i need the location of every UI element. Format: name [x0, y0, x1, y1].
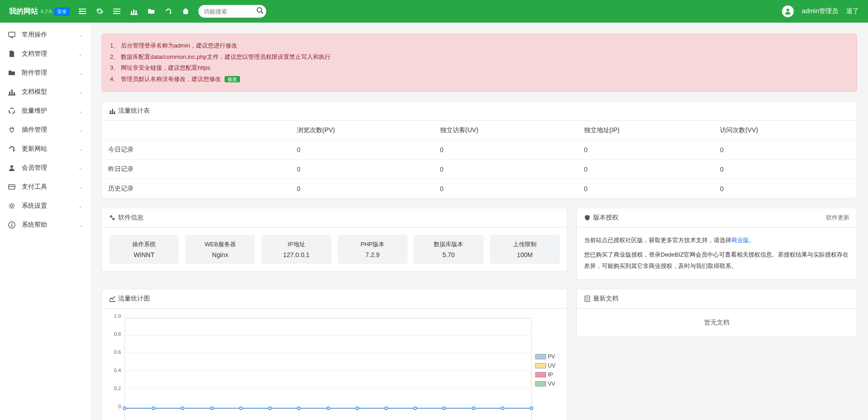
y-tick: 0.8	[114, 331, 121, 337]
svg-rect-14	[9, 32, 15, 37]
folder-icon[interactable]	[148, 8, 155, 15]
main-content: 1、后台管理登录名称为admin，建议您进行修改2、数据库配置data/comm…	[91, 23, 868, 420]
username[interactable]: admin管理员	[802, 7, 838, 15]
chart-card-title: 流量统计图	[118, 295, 150, 303]
list-icon[interactable]	[113, 8, 120, 15]
chart-point	[268, 406, 272, 410]
chart-point	[326, 406, 330, 410]
stats-card-title: 流量统计表	[118, 107, 150, 115]
info-box: WEB服务器Nginx	[185, 235, 255, 264]
info-box: 操作系统WINNT	[109, 235, 179, 264]
stats-table: 浏览次数(PV)独立访客(UV)独立地址(IP)访问次数(VV) 今日记录000…	[102, 121, 857, 198]
sidebar-item[interactable]: 更新网站⌄	[0, 139, 91, 158]
commercial-link[interactable]: 商业版	[731, 237, 749, 243]
chart-point	[239, 406, 243, 410]
refresh-icon[interactable]	[165, 8, 172, 15]
legend-swatch	[535, 363, 546, 368]
safe-badge: 安全	[54, 7, 70, 16]
gear-icon	[8, 202, 17, 210]
svg-rect-31	[114, 111, 115, 113]
svg-point-26	[11, 223, 12, 224]
svg-rect-10	[135, 10, 137, 14]
stats-col-header	[102, 121, 291, 140]
svg-rect-29	[110, 110, 111, 113]
legend-swatch	[535, 381, 546, 387]
stats-col-header: 访问次数(VV)	[714, 121, 857, 140]
y-tick: 0.6	[114, 349, 121, 355]
svg-rect-22	[9, 185, 15, 189]
sidebar-item[interactable]: 支付工具⌄	[0, 177, 91, 196]
spinner-icon	[8, 107, 17, 115]
y-tick: 0	[118, 404, 121, 409]
y-tick: 1.0	[114, 313, 121, 319]
svg-line-12	[261, 12, 263, 14]
indent-icon[interactable]	[79, 8, 86, 15]
logout-link[interactable]: 退了	[846, 7, 859, 15]
legend-swatch	[535, 372, 546, 377]
info-label: PHP版本	[340, 240, 405, 248]
svg-rect-19	[14, 92, 15, 95]
chevron-down-icon: ⌄	[78, 108, 82, 114]
legend-item: IP	[535, 372, 560, 378]
gear-icon[interactable]	[96, 8, 103, 15]
sidebar-item[interactable]: 系统帮助⌄	[0, 215, 91, 234]
alert-item: 3、网址非安全链接，建议您配置https	[110, 62, 849, 74]
sidebar-item-label: 文档模型	[22, 88, 78, 96]
chevron-down-icon: ⌄	[78, 70, 82, 76]
chevron-down-icon: ⌄	[78, 146, 82, 152]
software-card: 软件信息 操作系统WINNTWEB服务器NginxIP地址127.0.0.1PH…	[101, 208, 567, 272]
monitor-icon	[8, 31, 17, 38]
info-value: 7.2.9	[340, 251, 405, 258]
sidebar-item[interactable]: 插件管理⌄	[0, 120, 91, 139]
avatar[interactable]	[782, 5, 794, 17]
card-icon	[8, 183, 17, 191]
svg-rect-16	[8, 95, 15, 95]
bar-chart-icon	[109, 108, 115, 114]
sidebar-item[interactable]: 文档管理⌄	[0, 44, 91, 63]
svg-point-11	[257, 8, 262, 12]
version-label: 6.2.6	[41, 9, 52, 14]
stats-card: 流量统计表 浏览次数(PV)独立访客(UV)独立地址(IP)访问次数(VV) 今…	[101, 101, 857, 199]
svg-rect-4	[113, 9, 120, 10]
table-row: 昨日记录0000	[102, 159, 857, 179]
info-box: 数据库版本5.70	[414, 235, 484, 264]
svg-rect-28	[109, 113, 115, 114]
chart-point	[181, 406, 184, 410]
security-alert: 1、后台管理登录名称为admin，建议您进行修改2、数据库配置data/comm…	[101, 33, 857, 92]
svg-point-20	[9, 108, 14, 114]
stats-col-header: 独立地址(IP)	[578, 121, 714, 140]
sidebar-item[interactable]: 会员管理⌄	[0, 158, 91, 177]
svg-rect-5	[113, 11, 120, 12]
info-value: WINNT	[112, 251, 176, 258]
stats-col-header: 独立访客(UV)	[434, 121, 578, 140]
chart-point	[210, 406, 214, 410]
sidebar-item[interactable]: 批量维护⌄	[0, 101, 91, 120]
sidebar-item-label: 批量维护	[22, 107, 78, 115]
search-button[interactable]	[256, 7, 264, 14]
info-box: IP地址127.0.0.1	[261, 235, 331, 264]
folder-icon	[8, 69, 17, 76]
info-value: 100M	[493, 251, 557, 258]
line-chart-icon	[109, 296, 115, 302]
sidebar-item[interactable]: 系统设置⌄	[0, 196, 91, 215]
sidebar-item[interactable]: 文档模型⌄	[0, 82, 91, 101]
table-row: 今日记录0000	[102, 140, 857, 159]
fix-button[interactable]: 修改	[225, 76, 240, 82]
sidebar-item[interactable]: 附件管理⌄	[0, 63, 91, 82]
avatar-icon	[784, 8, 791, 15]
software-update-link[interactable]: 软件更新	[826, 214, 849, 222]
info-label: 数据库版本	[417, 240, 481, 248]
chart-point	[355, 406, 359, 410]
license-card: 版本授权 软件更新 当前站点已授权社区版，获取更多官方技术支持，请选择商业版。 …	[576, 208, 857, 280]
chart-icon[interactable]	[130, 8, 138, 15]
sidebar-item-label: 文档管理	[22, 50, 78, 58]
chevron-down-icon: ⌄	[78, 203, 82, 209]
chart-legend: PVUVIPVV	[532, 316, 560, 420]
home-icon[interactable]	[182, 8, 189, 15]
info-value: 5.70	[417, 251, 481, 258]
sidebar-item[interactable]: 常用操作⌄	[0, 25, 91, 44]
brand[interactable]: 我的网站	[9, 7, 38, 16]
info-box: PHP版本7.2.9	[338, 235, 408, 264]
chart-point	[413, 406, 417, 410]
chart-point	[501, 406, 504, 410]
